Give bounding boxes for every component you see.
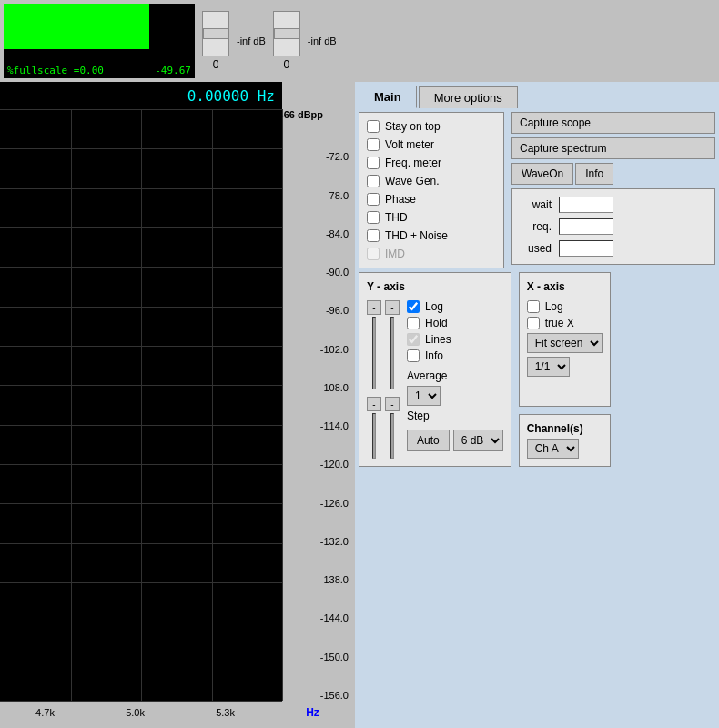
y-axis-labels: -72.0 -78.0 -84.0 -90.0 -96.0 -102.0 -10…: [282, 109, 350, 701]
checkbox-y-lines[interactable]: Lines: [407, 333, 503, 346]
level2-slider[interactable]: [273, 11, 300, 56]
slider-2: -: [385, 300, 400, 389]
fitscreen-select[interactable]: Fit screen: [527, 333, 603, 353]
level1-control: 0: [202, 11, 229, 71]
y-label-6: -108.0: [284, 383, 349, 393]
vline-1: [141, 109, 142, 701]
checkbox-thd-noise-label: THD + Noise: [385, 229, 448, 242]
level1-slider[interactable]: [202, 11, 229, 56]
capture-btn-row: WaveOn Info: [511, 163, 715, 185]
level2-db: -inf dB: [308, 35, 337, 46]
wait-panel: wait req. used: [511, 188, 715, 265]
channels-row: Ch A: [527, 439, 603, 459]
wait-input[interactable]: [559, 197, 613, 213]
step-select[interactable]: 6 dB: [453, 430, 503, 451]
checkbox-thd-noise[interactable]: THD + Noise: [367, 229, 496, 242]
x-label-2: 5.3k: [216, 707, 235, 718]
checkbox-x-truex[interactable]: true X: [527, 317, 603, 329]
y-label-2: -84.0: [284, 229, 349, 239]
slider4-track[interactable]: [390, 413, 394, 459]
x-label-1: 5.0k: [126, 707, 145, 718]
ratio-row: 1/1: [527, 357, 603, 377]
checkbox-imd-input: [367, 248, 380, 260]
checkbox-stay-on-top-input[interactable]: [367, 120, 380, 133]
checkbox-phase[interactable]: Phase: [367, 193, 496, 206]
average-label: Average: [407, 369, 447, 382]
spectrum-graph: [0, 109, 282, 701]
checkbox-y-info[interactable]: Info: [407, 349, 503, 362]
checkbox-y-log[interactable]: Log: [407, 300, 503, 313]
info-btn-top[interactable]: Info: [575, 163, 613, 185]
checkbox-imd[interactable]: IMD: [367, 248, 496, 260]
slider2-track[interactable]: [390, 317, 394, 389]
used-label: used: [520, 242, 552, 255]
level1-db: -inf dB: [237, 35, 266, 46]
checkbox-volt-meter-label: Volt meter: [385, 138, 434, 151]
capture-panel: Capture scope Capture spectrum WaveOn In…: [511, 112, 715, 268]
y-label-1: -78.0: [284, 191, 349, 201]
tab-main[interactable]: Main: [359, 86, 417, 108]
slider1-track[interactable]: [372, 317, 376, 389]
auto-btn[interactable]: Auto: [407, 430, 450, 451]
channels-title: Channel(s): [527, 422, 603, 435]
checkbox-x-truex-label: true X: [545, 317, 574, 329]
checkbox-y-hold-input[interactable]: [407, 317, 420, 329]
checkbox-thd-input[interactable]: [367, 211, 380, 224]
checkbox-wave-gen-input[interactable]: [367, 175, 380, 187]
wait-label: wait: [520, 198, 552, 211]
capture-spectrum-btn[interactable]: Capture spectrum: [511, 137, 715, 159]
checkbox-freq-meter[interactable]: Freq. meter: [367, 157, 496, 169]
checkbox-phase-input[interactable]: [367, 193, 380, 206]
vline-2: [212, 109, 213, 701]
checkbox-volt-meter-input[interactable]: [367, 138, 380, 151]
y-label-13: -150.0: [284, 652, 349, 662]
checkbox-y-info-input[interactable]: [407, 349, 420, 362]
checkbox-thd-noise-input[interactable]: [367, 229, 380, 242]
checkbox-volt-meter[interactable]: Volt meter: [367, 138, 496, 151]
spectrum-area: 0.00000 Hz -66 dBpp: [0, 82, 355, 728]
checkbox-freq-meter-label: Freq. meter: [385, 157, 441, 169]
checkbox-thd[interactable]: THD: [367, 211, 496, 224]
average-select[interactable]: 1: [407, 386, 441, 406]
level1-thumb: [203, 28, 228, 39]
level2-value: 0: [283, 58, 289, 71]
slider2-minus-btn[interactable]: -: [385, 300, 400, 315]
slider3-track[interactable]: [372, 413, 376, 459]
checkbox-y-hold[interactable]: Hold: [407, 317, 503, 329]
checkbox-x-log-input[interactable]: [527, 300, 540, 313]
slider3-minus-btn[interactable]: -: [367, 397, 381, 411]
req-input[interactable]: [559, 218, 613, 235]
tab-more-options[interactable]: More options: [419, 86, 518, 108]
y-label-0: -72.0: [284, 152, 349, 162]
x-label-0: 4.7k: [35, 707, 55, 718]
wave-on-btn[interactable]: WaveOn: [511, 163, 573, 185]
checkbox-y-lines-label: Lines: [425, 333, 451, 346]
x-axis-title: X - axis: [527, 280, 603, 293]
slider-pair-1: - -: [367, 300, 400, 389]
slider-3: -: [367, 397, 381, 459]
level1-value: 0: [213, 58, 219, 71]
hline-15: [0, 701, 282, 702]
y-label-11: -138.0: [284, 575, 349, 585]
average-row: Average: [407, 369, 503, 382]
step-btn-row: Auto 6 dB: [407, 430, 503, 451]
used-input[interactable]: [559, 240, 613, 257]
y-label-3: -90.0: [284, 268, 349, 278]
y-label-7: -114.0: [284, 421, 349, 431]
checkbox-x-log[interactable]: Log: [527, 300, 603, 313]
checkbox-wave-gen[interactable]: Wave Gen.: [367, 175, 496, 187]
checkbox-x-truex-input[interactable]: [527, 317, 540, 329]
checkbox-freq-meter-input[interactable]: [367, 157, 380, 169]
meter-tick: [49, 7, 51, 16]
capture-scope-btn[interactable]: Capture scope: [511, 112, 715, 134]
checkbox-stay-on-top[interactable]: Stay on top: [367, 120, 496, 133]
slider4-minus-btn[interactable]: -: [385, 397, 400, 411]
meter-label: %fullscale =0.00: [7, 65, 104, 76]
used-row: used: [520, 240, 707, 257]
channels-select[interactable]: Ch A: [527, 439, 579, 459]
slider1-minus-btn[interactable]: -: [367, 300, 381, 315]
req-label: req.: [520, 220, 552, 233]
checkbox-y-log-input[interactable]: [407, 300, 420, 313]
ratio-select[interactable]: 1/1: [527, 357, 570, 377]
y-axis-title: Y - axis: [367, 280, 503, 293]
